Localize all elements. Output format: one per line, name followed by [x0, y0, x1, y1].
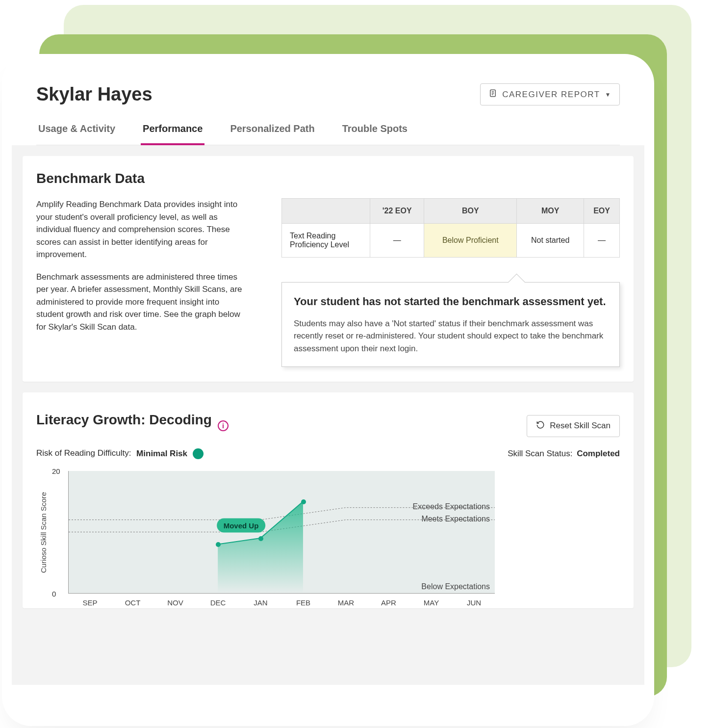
- x-tick: DEC: [210, 598, 226, 607]
- x-tick: JAN: [254, 598, 267, 607]
- callout-title: Your student has not started the benchma…: [294, 294, 608, 310]
- report-card: Skylar Hayes CAREGIVER REPORT ▼ Usage & …: [12, 64, 644, 716]
- x-tick: JUN: [467, 598, 481, 607]
- cell-boy[interactable]: Below Proficient: [424, 224, 517, 258]
- status-row: Skill Scan Status: Completed: [508, 449, 620, 459]
- caregiver-report-button[interactable]: CAREGIVER REPORT ▼: [480, 83, 620, 105]
- cell-moy[interactable]: Not started: [517, 224, 584, 258]
- svg-marker-4: [218, 502, 303, 594]
- col-eoy: EOY: [584, 199, 620, 224]
- row-label: Text Reading Proficiency Level: [282, 224, 370, 258]
- x-tick: MAR: [338, 598, 354, 607]
- tab-trouble-spots[interactable]: Trouble Spots: [340, 123, 409, 145]
- cell-22eoy: —: [370, 224, 424, 258]
- risk-label: Risk of Reading Difficulty:: [36, 449, 131, 458]
- x-tick: APR: [381, 598, 396, 607]
- y-tick: 0: [52, 590, 56, 598]
- cell-eoy: —: [584, 224, 620, 258]
- tabs: Usage & Activity Performance Personalize…: [36, 123, 620, 145]
- data-point[interactable]: [258, 536, 263, 541]
- benchmark-title: Benchmark Data: [36, 171, 620, 186]
- caregiver-report-label: CAREGIVER REPORT: [502, 90, 600, 100]
- tab-personalized-path[interactable]: Personalized Path: [228, 123, 316, 145]
- data-point[interactable]: [216, 542, 221, 547]
- moved-up-badge: Moved Up: [217, 519, 266, 533]
- x-tick: SEP: [82, 598, 97, 607]
- info-icon[interactable]: i: [218, 420, 229, 431]
- chart-ylabel: Curioso Skill Scan Score: [36, 471, 51, 594]
- document-icon: [488, 89, 497, 100]
- literacy-panel: Literacy Growth: Decoding i Reset Skill …: [23, 392, 634, 608]
- x-tick: NOV: [167, 598, 183, 607]
- risk-row: Risk of Reading Difficulty: Minimal Risk: [36, 448, 204, 459]
- callout-body: Students may also have a 'Not started' s…: [294, 317, 608, 355]
- risk-dot-icon: [193, 448, 204, 459]
- benchmark-panel: Benchmark Data Amplify Reading Benchmark…: [23, 156, 634, 382]
- benchmark-table: '22 EOY BOY MOY EOY Text Reading Profici…: [281, 198, 620, 258]
- reset-skill-scan-button[interactable]: Reset Skill Scan: [527, 415, 620, 437]
- x-tick: OCT: [125, 598, 141, 607]
- tab-usage-activity[interactable]: Usage & Activity: [36, 123, 117, 145]
- benchmark-description: Amplify Reading Benchmark Data provides …: [36, 198, 242, 367]
- reset-icon: [536, 420, 545, 432]
- skill-scan-chart: 020SEPOCTNOVDECJANFEBMARAPRMAYJUNExceeds…: [68, 471, 495, 594]
- student-name: Skylar Hayes: [36, 84, 153, 105]
- benchmark-para1: Amplify Reading Benchmark Data provides …: [36, 198, 242, 261]
- y-tick: 20: [52, 467, 60, 475]
- status-value: Completed: [577, 449, 620, 458]
- reset-label: Reset Skill Scan: [550, 421, 611, 431]
- benchmark-callout: Your student has not started the benchma…: [281, 282, 620, 367]
- tab-performance[interactable]: Performance: [141, 123, 204, 145]
- x-tick: MAY: [424, 598, 439, 607]
- benchmark-para2: Benchmark assessments are administered t…: [36, 271, 242, 334]
- x-tick: FEB: [296, 598, 310, 607]
- chevron-down-icon: ▼: [605, 91, 612, 98]
- literacy-title: Literacy Growth: Decoding: [36, 412, 212, 428]
- col-22eoy: '22 EOY: [370, 199, 424, 224]
- col-moy: MOY: [517, 199, 584, 224]
- col-boy: BOY: [424, 199, 517, 224]
- status-label: Skill Scan Status:: [508, 449, 572, 458]
- data-point[interactable]: [301, 499, 306, 504]
- risk-value: Minimal Risk: [136, 449, 187, 458]
